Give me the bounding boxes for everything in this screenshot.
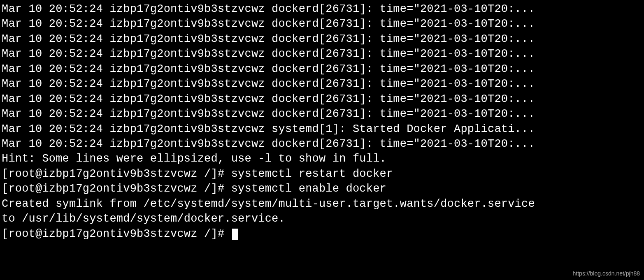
command-text: systemctl restart docker <box>231 168 393 180</box>
prompt-line-2: [root@izbp17g2ontiv9b3stzvcwz /]# system… <box>2 181 642 196</box>
log-line: Mar 10 20:52:24 izbp17g2ontiv9b3stzvcwz … <box>2 2 642 16</box>
watermark-text: https://blog.csdn.net/pjh88 <box>573 270 640 278</box>
terminal-output[interactable]: Mar 10 20:52:24 izbp17g2ontiv9b3stzvcwz … <box>2 2 642 241</box>
prompt-line-3[interactable]: [root@izbp17g2ontiv9b3stzvcwz /]# <box>2 227 642 241</box>
hint-line: Hint: Some lines were ellipsized, use -l… <box>2 151 642 166</box>
output-line: Created symlink from /etc/systemd/system… <box>2 197 642 211</box>
prompt-line-1: [root@izbp17g2ontiv9b3stzvcwz /]# system… <box>2 167 642 181</box>
shell-prompt: [root@izbp17g2ontiv9b3stzvcwz /]# <box>2 228 231 240</box>
log-line: Mar 10 20:52:24 izbp17g2ontiv9b3stzvcwz … <box>2 62 642 76</box>
log-line: Mar 10 20:52:24 izbp17g2ontiv9b3stzvcwz … <box>2 137 642 151</box>
log-line: Mar 10 20:52:24 izbp17g2ontiv9b3stzvcwz … <box>2 32 642 46</box>
log-line: Mar 10 20:52:24 izbp17g2ontiv9b3stzvcwz … <box>2 76 642 91</box>
log-line: Mar 10 20:52:24 izbp17g2ontiv9b3stzvcwz … <box>2 16 642 31</box>
command-text: systemctl enable docker <box>231 183 386 195</box>
log-line: Mar 10 20:52:24 izbp17g2ontiv9b3stzvcwz … <box>2 106 642 121</box>
output-line: to /usr/lib/systemd/system/docker.servic… <box>2 211 642 226</box>
shell-prompt: [root@izbp17g2ontiv9b3stzvcwz /]# <box>2 168 231 180</box>
log-line: Mar 10 20:52:24 izbp17g2ontiv9b3stzvcwz … <box>2 92 642 106</box>
log-line: Mar 10 20:52:24 izbp17g2ontiv9b3stzvcwz … <box>2 122 642 137</box>
log-line: Mar 10 20:52:24 izbp17g2ontiv9b3stzvcwz … <box>2 46 642 61</box>
cursor-icon <box>232 229 238 240</box>
shell-prompt: [root@izbp17g2ontiv9b3stzvcwz /]# <box>2 183 231 195</box>
